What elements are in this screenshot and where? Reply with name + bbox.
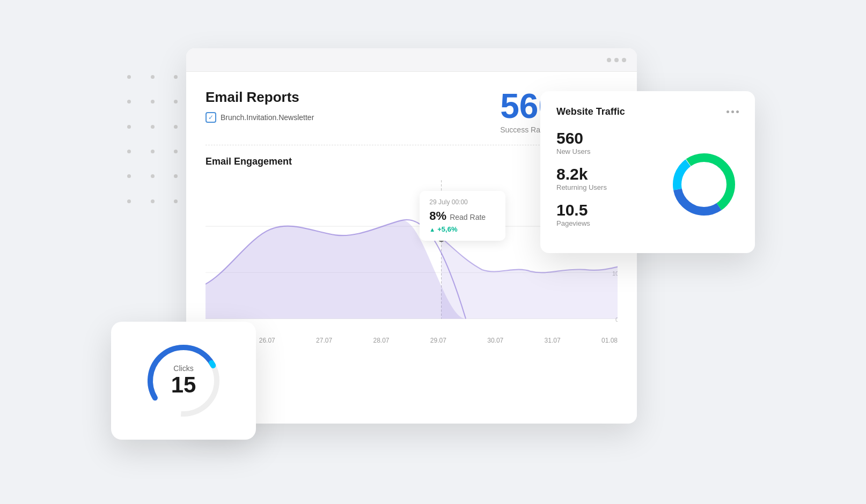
returning-users-value: 8.2k: [556, 166, 669, 182]
x-label-5: 29.07: [430, 337, 446, 344]
clicks-value: 15: [171, 373, 196, 397]
website-traffic-card: Website Traffic 560 New Users 8.2k Retur…: [540, 91, 755, 253]
x-label-3: 27.07: [316, 337, 332, 344]
x-label-8: 01.08: [601, 337, 618, 344]
tooltip-percentage: 8%: [429, 209, 446, 223]
dot-icon-3: [736, 110, 739, 113]
gauge-center: Clicks 15: [171, 364, 196, 397]
clicks-card: Clicks 15: [111, 322, 256, 440]
new-users-value: 560: [556, 130, 669, 146]
traffic-stats: 560 New Users 8.2k Returning Users 10.5 …: [556, 130, 669, 238]
gauge-container: Clicks 15: [141, 338, 226, 424]
traffic-header: Website Traffic: [556, 106, 739, 117]
newsletter-label: Brunch.Invitation.Newsletter: [221, 113, 314, 122]
pageviews-value: 10.5: [556, 202, 669, 218]
x-label-4: 28.07: [373, 337, 389, 344]
tooltip-main: 8% Read Rate: [429, 209, 496, 223]
pageviews-stat: 10.5 Pageviews: [556, 202, 669, 227]
browser-dot-2: [614, 58, 619, 62]
x-label-6: 30.07: [487, 337, 503, 344]
arrow-up-icon: ▲: [429, 226, 435, 233]
chart-tooltip: 29 July 00:00 8% Read Rate ▲ +5,6%: [420, 191, 505, 241]
more-options-button[interactable]: [726, 110, 739, 113]
new-users-label: New Users: [556, 147, 669, 155]
traffic-title: Website Traffic: [556, 106, 625, 117]
returning-users-stat: 8.2k Returning Users: [556, 166, 669, 191]
email-reports-left: Email Reports ✓ Brunch.Invitation.Newsle…: [206, 89, 314, 123]
tooltip-change-value: +5,6%: [437, 225, 457, 233]
newsletter-tag: ✓ Brunch.Invitation.Newsletter: [206, 112, 314, 123]
pageviews-label: Pageviews: [556, 219, 669, 227]
check-icon: ✓: [206, 112, 216, 123]
traffic-content: 560 New Users 8.2k Returning Users 10.5 …: [556, 130, 739, 238]
returning-users-label: Returning Users: [556, 183, 669, 191]
email-reports-title: Email Reports: [206, 89, 314, 106]
tooltip-rate-label: Read Rate: [450, 213, 486, 221]
browser-toolbar: [186, 48, 637, 72]
chart-x-labels: 5.07 26.07 27.07 28.07 29.07 30.07 31.07…: [206, 337, 618, 344]
scene: Email Reports ✓ Brunch.Invitation.Newsle…: [111, 32, 755, 472]
donut-chart: [669, 150, 739, 219]
dot-icon-2: [731, 110, 734, 113]
x-label-2: 26.07: [259, 337, 275, 344]
donut-chart-svg: [669, 150, 739, 219]
browser-dot-3: [622, 58, 626, 62]
browser-dots: [607, 58, 626, 62]
tooltip-date: 29 July 00:00: [429, 198, 496, 206]
x-label-7: 31.07: [545, 337, 561, 344]
tooltip-change: ▲ +5,6%: [429, 225, 496, 233]
browser-dot-1: [607, 58, 611, 62]
dot-icon-1: [726, 110, 729, 113]
clicks-label: Clicks: [171, 364, 196, 373]
new-users-stat: 560 New Users: [556, 130, 669, 155]
